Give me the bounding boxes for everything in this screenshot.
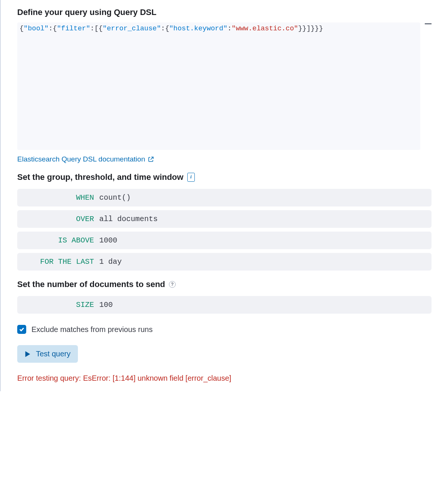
for-the-last-label: FOR THE LAST <box>21 257 94 266</box>
query-error-message: Error testing query: EsError: [1:144] un… <box>17 372 249 384</box>
exclude-matches-checkbox[interactable] <box>17 325 26 334</box>
query-dsl-heading: Define your query using Query DSL <box>17 7 432 17</box>
size-label: SIZE <box>21 301 94 309</box>
over-value: all documents <box>99 215 158 223</box>
for-the-last-value: 1 day <box>99 257 122 266</box>
doc-link-text: Elasticsearch Query DSL documentation <box>17 155 145 163</box>
threshold-heading-text: Set the group, threshold, and time windo… <box>17 172 184 182</box>
when-value: count() <box>99 193 131 202</box>
when-expression[interactable]: WHEN count() <box>17 189 432 206</box>
docs-heading-text: Set the number of documents to send <box>17 280 165 289</box>
checkmark-icon <box>19 326 25 332</box>
test-query-button[interactable]: Test query <box>17 345 78 363</box>
is-above-label: IS ABOVE <box>21 236 94 245</box>
size-value: 100 <box>99 301 113 309</box>
json-key-host-keyword: "host.keyword" <box>169 25 227 33</box>
test-query-label: Test query <box>36 350 70 358</box>
help-icon[interactable] <box>169 281 176 288</box>
for-the-last-expression[interactable]: FOR THE LAST 1 day <box>17 253 432 271</box>
json-value-host: "www.elastic.co" <box>231 25 298 33</box>
editor-collapse-handle[interactable] <box>425 23 432 24</box>
when-label: WHEN <box>21 193 94 202</box>
is-above-value: 1000 <box>99 236 117 245</box>
is-above-expression[interactable]: IS ABOVE 1000 <box>17 232 432 249</box>
over-label: OVER <box>21 215 94 223</box>
size-expression[interactable]: SIZE 100 <box>17 296 432 314</box>
exclude-matches-label: Exclude matches from previous runs <box>31 325 152 334</box>
json-key-filter: "filter" <box>57 25 90 33</box>
play-icon <box>25 351 31 357</box>
json-key-error-clause: "error_clause" <box>103 25 161 33</box>
docs-to-send-heading: Set the number of documents to send <box>17 280 432 289</box>
json-key-bool: "bool" <box>24 25 49 33</box>
query-dsl-doc-link[interactable]: Elasticsearch Query DSL documentation <box>17 155 154 163</box>
external-link-icon <box>148 156 154 162</box>
over-expression[interactable]: OVER all documents <box>17 210 432 228</box>
info-icon[interactable] <box>187 173 195 182</box>
query-dsl-editor[interactable]: {"bool":{"filter":[{"error_clause":{"hos… <box>17 22 420 150</box>
threshold-heading: Set the group, threshold, and time windo… <box>17 172 432 182</box>
